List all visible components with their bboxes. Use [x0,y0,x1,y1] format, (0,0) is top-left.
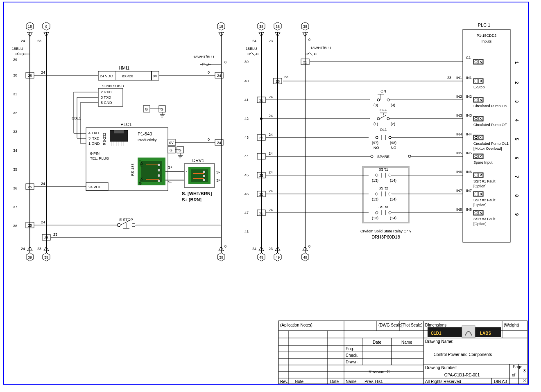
svg-text:8: 8 [523,378,526,383]
svg-text:24: 24 [269,95,273,99]
svg-text:All Rights Reserved: All Rights Reserved [425,379,461,384]
svg-text:3: 3 [514,100,519,103]
svg-text:9: 9 [514,213,519,216]
svg-text:0: 0 [308,38,310,42]
svg-text:(14): (14) [390,216,396,220]
svg-text:[Option]: [Option] [473,222,487,226]
svg-text:Revision: C: Revision: C [369,369,389,374]
svg-text:CBL1: CBL1 [72,116,81,120]
svg-text:PLC 1: PLC 1 [478,23,491,27]
svg-text:Productivity: Productivity [138,138,157,142]
svg-text:C1D1: C1D1 [431,331,441,336]
svg-text:(1): (1) [373,122,378,126]
svg-text:SSR #1 Fault: SSR #1 Fault [473,179,496,183]
svg-text:Eng.: Eng. [346,347,354,351]
svg-text:(97): (97) [372,141,378,145]
svg-text:IN5: IN5 [456,151,462,155]
svg-text:(14): (14) [390,178,396,182]
svg-text:IN3: IN3 [466,113,472,117]
title-block: (Aplication Notes) (DWG Scale) (Plot Sca… [278,321,527,384]
svg-text:Check.: Check. [346,353,358,358]
svg-text:RS-232: RS-232 [102,133,106,145]
svg-text:Prev. Hist.: Prev. Hist. [364,379,383,384]
svg-text:G: G [161,107,163,111]
svg-text:DRV1: DRV1 [192,158,204,163]
svg-text:36: 36 [13,186,17,190]
svg-text:S-  [WHT/BRN]: S- [WHT/BRN] [182,191,212,196]
svg-text:0: 0 [224,60,226,64]
svg-text:28: 28 [44,236,48,240]
svg-text:26: 26 [259,173,263,178]
svg-text:of: of [512,373,516,377]
right-schematic: 38 24 38 23 38 0 18BLU 18WHT/BLU 39 40 4… [244,22,519,261]
svg-text:28: 28 [276,79,280,83]
svg-text:IN4: IN4 [466,132,472,136]
svg-text:Page: Page [513,365,523,369]
svg-text:23: 23 [269,39,273,43]
svg-text:IN3: IN3 [456,113,462,117]
svg-text:PLC1: PLC1 [120,122,132,127]
svg-text:SSR #2 Fault: SSR #2 Fault [473,198,496,202]
svg-text:SSR1: SSR1 [378,167,388,171]
svg-text:IN1: IN1 [466,76,472,80]
svg-text:[Option]: [Option] [473,184,487,188]
svg-text:G: G [179,148,181,152]
svg-text:(13): (13) [372,197,378,201]
svg-point-136 [203,175,205,177]
svg-text:40: 40 [244,79,249,83]
svg-text:24: 24 [21,247,25,251]
svg-text:7: 7 [514,176,519,178]
svg-text:RX: RX [139,161,143,167]
svg-text:[Mottor Overload]: [Mottor Overload] [473,146,502,151]
svg-text:(13): (13) [372,216,378,220]
svg-text:9: 9 [45,25,47,29]
svg-text:OL1: OL1 [380,128,387,132]
svg-text:24: 24 [252,39,256,43]
svg-text:49: 49 [303,255,307,259]
svg-text:DRH3P60D18: DRH3P60D18 [371,234,400,239]
svg-text:Name: Name [346,379,357,384]
svg-text:9-PIN SUB D: 9-PIN SUB D [102,84,124,88]
svg-text:6: 6 [514,157,519,159]
svg-text:IN6: IN6 [456,170,462,174]
svg-text:24: 24 [217,141,221,145]
svg-text:24: 24 [269,151,273,155]
svg-text:Circulated Pump OL1: Circulated Pump OL1 [473,142,509,146]
svg-text:38: 38 [303,25,307,29]
svg-text:IN5: IN5 [466,151,472,155]
svg-text:(Aplication Notes): (Aplication Notes) [280,323,312,327]
svg-text:ON: ON [380,89,386,93]
svg-text:Name: Name [401,340,412,345]
svg-text:-: - [186,169,187,173]
svg-text:IN7: IN7 [466,189,472,193]
svg-text:5 GND: 5 GND [101,101,112,105]
svg-text:Date: Date [330,379,339,384]
svg-text:IN6: IN6 [466,170,472,174]
svg-rect-88 [114,130,124,133]
svg-text:24 VDC: 24 VDC [100,74,113,78]
svg-text:24: 24 [269,189,273,193]
svg-text:G: G [145,107,148,111]
svg-text:Crydom Solid State Relay Only: Crydom Solid State Relay Only [360,229,412,233]
svg-text:31: 31 [13,92,17,96]
svg-text:DIN A3: DIN A3 [494,379,507,384]
svg-text:34: 34 [13,149,17,153]
svg-text:24: 24 [217,74,221,78]
svg-text:18WHT/BLU: 18WHT/BLU [193,55,214,59]
svg-text:24: 24 [269,114,273,118]
svg-text:Circulated Pump Off: Circulated Pump Off [473,123,507,127]
svg-text:E-STOP: E-STOP [119,218,133,222]
svg-text:3 TXD: 3 TXD [101,95,111,99]
svg-text:NO: NO [373,146,379,150]
left-schematic: 15 24 9 23 15 18BLU 29 18WHT/BLU 0 30 31… [12,22,226,261]
svg-text:24: 24 [41,220,45,224]
svg-text:23: 23 [284,75,288,79]
svg-text:(Weight): (Weight) [504,323,519,327]
svg-text:IN8: IN8 [456,207,462,212]
svg-text:(DWG Scale): (DWG Scale) [378,323,403,327]
svg-text:eXP20: eXP20 [122,74,133,78]
svg-text:S+: S+ [216,178,221,182]
svg-text:38: 38 [259,25,263,29]
svg-text:26: 26 [259,192,263,196]
svg-text:(98): (98) [390,141,396,145]
